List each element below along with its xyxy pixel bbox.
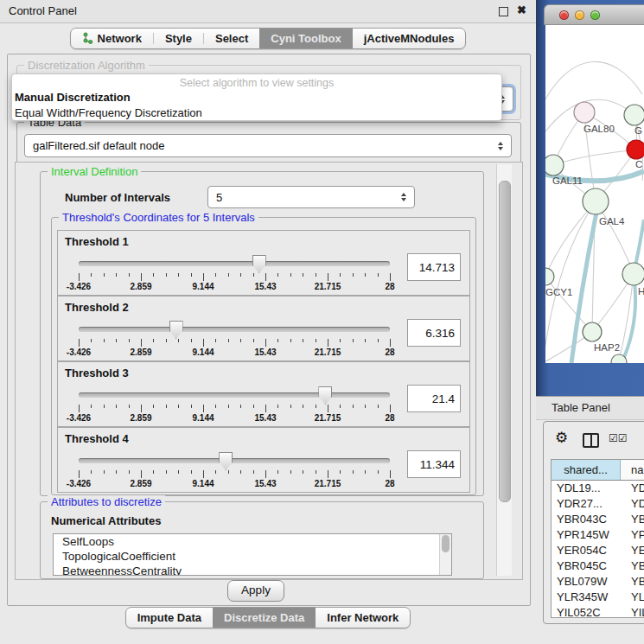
numerical-attributes-list[interactable]: SelfLoops TopologicalCoefficient Between…: [53, 533, 452, 576]
slider-track[interactable]: [79, 261, 390, 266]
dropdown-placeholder-option[interactable]: Select algorithm to view settings: [12, 74, 501, 90]
tick-mark: [390, 470, 391, 478]
bottom-tab-group: Impute Data Discretize Data Infer Networ…: [125, 607, 411, 628]
slider-track[interactable]: [79, 392, 390, 398]
threshold-1-value-field[interactable]: 14.713: [407, 253, 461, 281]
tick-mark: [240, 470, 241, 474]
slider-tick-labels: -3.4262.8599.14415.4321.71528: [79, 282, 390, 292]
tick-label: 9.144: [192, 348, 214, 357]
slider-handle[interactable]: [252, 255, 266, 273]
tab-style-label: Style: [165, 32, 192, 45]
threshold-3-slider[interactable]: -3.4262.8599.14415.4321.71528: [79, 386, 390, 424]
tab-discretize-data-label: Discretize Data: [224, 611, 304, 624]
table-row[interactable]: YLR345WYLR3: [552, 590, 644, 605]
network-node-GAL11-node[interactable]: [545, 155, 564, 175]
interval-definition-group-label: Interval Definition: [48, 165, 141, 178]
network-node-red-node[interactable]: [627, 140, 644, 159]
list-item-selfloops[interactable]: SelfLoops: [54, 534, 451, 549]
table-row[interactable]: YER054CYER0: [552, 543, 644, 558]
tab-discretize-data[interactable]: Discretize Data: [213, 608, 316, 628]
slider-handle[interactable]: [318, 386, 332, 405]
window-zoom-button[interactable]: [590, 10, 600, 20]
network-node-label: GAL11: [552, 175, 583, 186]
table-row[interactable]: YBR045CYBR0: [552, 558, 644, 574]
threshold-1-label: Threshold 1: [65, 235, 129, 248]
tick-mark: [253, 405, 254, 408]
tab-network[interactable]: Network: [71, 29, 153, 48]
threshold-1-slider[interactable]: -3.4262.8599.14415.4321.71528: [79, 255, 390, 293]
tick-mark: [390, 405, 391, 412]
scrollbar-thumb[interactable]: [499, 181, 511, 502]
table-cell: YPR145W: [552, 527, 621, 543]
tick-mark: [166, 405, 167, 408]
column-header-shared[interactable]: shared...: [552, 460, 621, 480]
threshold-4-value-field[interactable]: 11.344: [407, 450, 461, 478]
attributes-scrollbar[interactable]: [439, 534, 451, 575]
threshold-2-slider[interactable]: -3.4262.8599.14415.4321.71528: [79, 321, 390, 359]
tab-style[interactable]: Style: [154, 29, 203, 48]
table-data-combobox[interactable]: galFiltered.sif default node: [24, 134, 512, 157]
slider-track[interactable]: [79, 327, 390, 332]
tick-mark: [316, 405, 316, 408]
table-row[interactable]: YDL19...YDL1: [552, 481, 644, 496]
tick-mark: [328, 405, 328, 412]
network-canvas[interactable]: GAL80GCGAL11GAL4GCY1HHAP2: [545, 25, 644, 363]
tab-impute-data-label: Impute Data: [137, 611, 201, 624]
dropdown-option-manual-discretization[interactable]: Manual Discretization: [12, 90, 501, 105]
tab-select[interactable]: Select: [204, 29, 259, 48]
network-node-H-node[interactable]: [622, 263, 644, 285]
close-icon[interactable]: ✖: [517, 3, 526, 16]
list-item-topologicalcoefficient[interactable]: TopologicalCoefficient: [54, 549, 451, 564]
threshold-3-value-field[interactable]: 21.4: [407, 385, 461, 412]
table-row[interactable]: YBR043CYBR0: [552, 512, 644, 527]
scrollbar-thumb[interactable]: [442, 535, 450, 552]
table-cell: YER0: [621, 543, 644, 558]
tick-label: 28: [385, 413, 394, 423]
tab-cyni-toolbox[interactable]: Cyni Toolbox: [259, 29, 352, 48]
checkbox-icons[interactable]: ☑☑: [609, 432, 628, 444]
table-row[interactable]: YIL052CYIL0: [552, 605, 644, 618]
table-cell: YER054C: [552, 543, 621, 558]
list-item-betweennesscentrality[interactable]: BetweennessCentrality: [54, 564, 451, 576]
tick-mark: [290, 470, 291, 474]
table-data-group: Table Data galFiltered.sif default node: [16, 122, 521, 165]
slider-handle[interactable]: [169, 321, 183, 339]
slider-handle[interactable]: [219, 452, 233, 470]
slider-track[interactable]: [79, 458, 390, 463]
network-node-label: C: [635, 159, 642, 169]
network-node-GAL4-node[interactable]: [583, 188, 609, 214]
apply-button[interactable]: Apply: [227, 580, 284, 602]
network-node-GCY1-node[interactable]: [545, 268, 554, 285]
vertical-scrollbar[interactable]: [496, 164, 512, 576]
split-view-icon[interactable]: [583, 433, 599, 448]
number-of-intervals-combobox[interactable]: 5: [207, 186, 415, 208]
threshold-2-value-field[interactable]: 6.316: [407, 319, 461, 347]
window-close-button[interactable]: [559, 10, 569, 20]
network-window-titlebar[interactable]: [544, 4, 644, 25]
table-cell: YDR27...: [552, 496, 621, 512]
network-node-label: H: [638, 286, 644, 296]
gear-icon[interactable]: ⚙: [555, 429, 568, 447]
tab-infer-network[interactable]: Infer Network: [316, 608, 410, 628]
tick-mark: [141, 339, 142, 347]
network-node-HAP2-node[interactable]: [583, 322, 602, 341]
table-row[interactable]: YPR145WYPR1: [552, 527, 644, 543]
network-node-GAL80-node[interactable]: [574, 102, 595, 123]
tab-impute-data[interactable]: Impute Data: [126, 608, 213, 628]
window-minimize-button[interactable]: [575, 10, 584, 20]
table-row[interactable]: YBL079WYBL0: [552, 574, 644, 590]
float-window-icon[interactable]: [499, 7, 508, 16]
tick-mark: [228, 405, 229, 408]
table-cell: YBL079W: [552, 574, 621, 590]
threshold-4-slider[interactable]: -3.4262.8599.14415.4321.71528: [79, 452, 390, 490]
tick-mark: [153, 273, 154, 277]
column-header-name[interactable]: na: [621, 460, 644, 480]
network-node-top-right-node[interactable]: [624, 105, 644, 125]
table-row[interactable]: YDR27...YDR2: [552, 496, 644, 512]
tick-mark: [340, 470, 341, 474]
table-cell: YBR043C: [552, 512, 621, 527]
tick-mark: [365, 273, 366, 277]
tick-mark: [277, 339, 278, 342]
dropdown-option-equal-width[interactable]: Equal Width/Frequency Discretization: [12, 105, 501, 121]
tab-jactivemnodules[interactable]: jActiveMNodules: [353, 29, 466, 48]
